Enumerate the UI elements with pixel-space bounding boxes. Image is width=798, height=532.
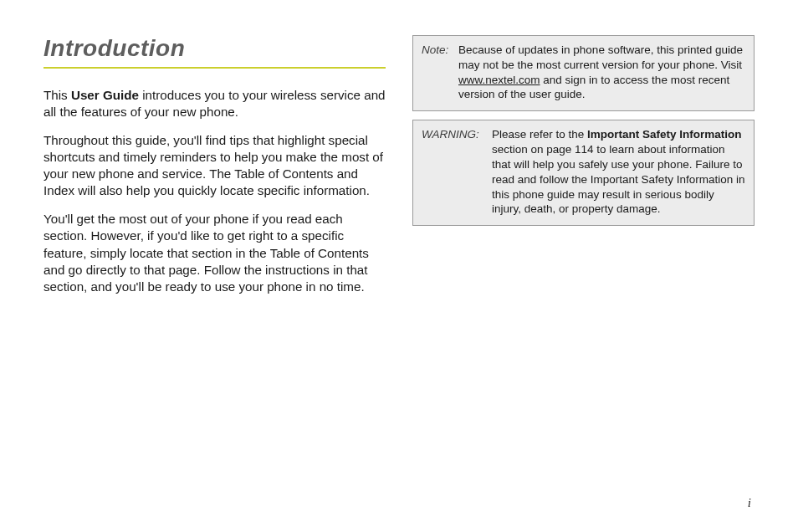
- warning-text-post: section on page 114 to learn about infor…: [492, 143, 744, 215]
- intro-paragraph-1: This User Guide introduces you to your w…: [43, 87, 386, 120]
- warning-text-pre: Please refer to the: [492, 128, 587, 141]
- intro-paragraph-2: Throughout this guide, you'll find tips …: [43, 132, 386, 199]
- page-container: Introduction This User Guide introduces …: [43, 35, 755, 505]
- right-column: Note: Because of updates in phone softwa…: [412, 35, 755, 505]
- warning-bold: Important Safety Information: [587, 128, 742, 141]
- note-callout: Note: Because of updates in phone softwa…: [412, 35, 755, 111]
- intro-paragraph-3: You'll get the most out of your phone if…: [43, 211, 386, 294]
- warning-label: WARNING:: [422, 127, 487, 142]
- note-link[interactable]: www.nextel.com: [458, 74, 540, 86]
- page-number: i: [748, 496, 751, 510]
- left-column: Introduction This User Guide introduces …: [43, 35, 386, 505]
- warning-body: Please refer to the Important Safety Inf…: [492, 127, 745, 217]
- note-label: Note:: [422, 43, 453, 58]
- warning-callout: WARNING: Please refer to the Important S…: [412, 120, 755, 226]
- p1-bold: User Guide: [71, 88, 139, 102]
- note-body: Because of updates in phone software, th…: [458, 43, 745, 102]
- note-text-pre: Because of updates in phone software, th…: [458, 43, 743, 71]
- section-heading: Introduction: [43, 35, 386, 69]
- p1-prefix: This: [43, 88, 71, 102]
